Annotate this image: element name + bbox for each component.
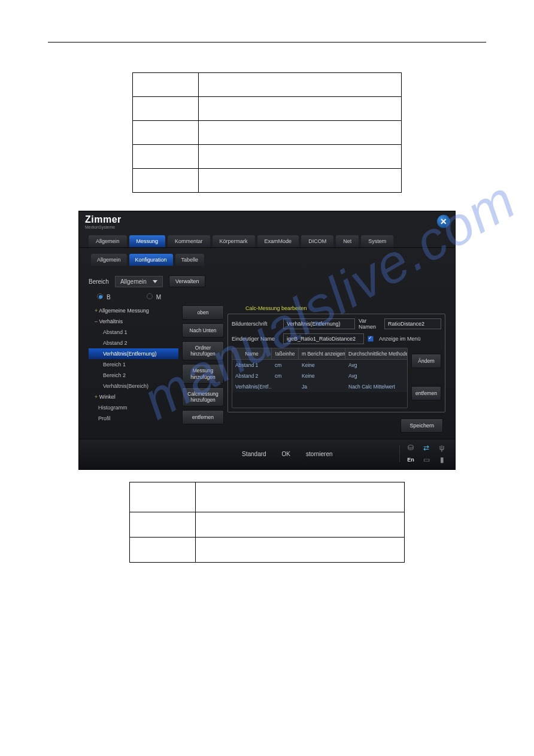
tab-allgemein[interactable]: Allgemein — [89, 235, 127, 247]
network-icon[interactable]: ⇄ — [423, 444, 429, 452]
table-row — [133, 145, 402, 169]
radio-icon — [147, 293, 153, 299]
app-body: Bereich Allgemein Verwalten B M Allgemei… — [79, 266, 455, 439]
unique-row: Eindeutiger Name igeB_Ratio1_RatioDistan… — [232, 333, 441, 344]
subtab-konfiguration[interactable]: Konfiguration — [129, 254, 173, 266]
table-row — [133, 97, 402, 121]
tree-bereich1[interactable]: Bereich 1 — [89, 359, 178, 370]
tab-exammode[interactable]: ExamMode — [257, 235, 299, 247]
close-icon: ✕ — [440, 217, 447, 226]
add-measurement-button[interactable]: Messung hinzufügen — [182, 364, 224, 383]
varname-label: Var Namen — [359, 318, 381, 330]
main-tab-bar: Allgemein Messung Kommentar Körpermark E… — [79, 232, 455, 248]
page-rule — [48, 42, 486, 42]
manage-button[interactable]: Verwalten — [169, 275, 206, 287]
tree-action-buttons: oben Nach Unten Ordner hinzufügen Messun… — [182, 305, 224, 433]
radio-m[interactable]: M — [147, 293, 161, 300]
footer-buttons: Standard OK stornieren — [242, 451, 333, 457]
show-in-menu-checkbox[interactable] — [368, 336, 374, 342]
app-header: Zimmer MedionSysteme ✕ — [79, 211, 455, 232]
change-button[interactable]: Ändern — [411, 354, 441, 368]
radio-row: B M — [97, 293, 445, 300]
move-down-button[interactable]: Nach Unten — [182, 323, 224, 338]
remove-button[interactable]: entfernen — [182, 410, 224, 424]
radio-b[interactable]: B — [97, 293, 111, 300]
caption-input[interactable]: Verhältnis(Entfernung) — [283, 318, 355, 329]
standard-button[interactable]: Standard — [242, 451, 266, 457]
tree-bereich2[interactable]: Bereich 2 — [89, 370, 178, 381]
measurement-tree: Allgemeine Messung Verhältnis Abstand 1 … — [89, 305, 178, 433]
table-row — [133, 121, 402, 145]
col-show: m Bericht anzeigen — [299, 348, 345, 360]
table-row — [133, 169, 402, 193]
tree-abstand1[interactable]: Abstand 1 — [89, 327, 178, 338]
table-row[interactable]: Verhältnis(Entf… Ja Nach Calc Mittelwert — [232, 381, 407, 392]
tab-dicom[interactable]: DICOM — [301, 235, 333, 247]
chevron-down-icon — [153, 280, 157, 283]
section-row: Bereich Allgemein Verwalten — [89, 275, 445, 287]
subtab-allgemein[interactable]: Allgemein — [91, 254, 127, 266]
cancel-button[interactable]: stornieren — [306, 451, 332, 457]
editor-box: Bildunterschrift Verhältnis(Entfernung) … — [227, 314, 445, 412]
doc-table-bottom — [129, 482, 405, 563]
tree-profil[interactable]: Profil — [89, 413, 178, 424]
battery-icon[interactable]: ▮ — [440, 456, 444, 464]
monitor-icon[interactable]: ▭ — [423, 456, 430, 464]
move-up-button[interactable]: oben — [182, 305, 224, 320]
tree-abstand2[interactable]: Abstand 2 — [89, 338, 178, 348]
row-action-buttons: Ändern entfernen — [411, 348, 441, 408]
tree-winkel[interactable]: Winkel — [89, 391, 178, 402]
section-select[interactable]: Allgemein — [115, 276, 163, 287]
editor-table: Name !aßeinhe m Bericht anzeigen Durchsc… — [232, 348, 408, 408]
editor-table-head: Name !aßeinhe m Bericht anzeigen Durchsc… — [232, 348, 407, 360]
tree-verhaeltnis-bereich[interactable]: Verhältnis(Bereich) — [89, 381, 178, 391]
status-icons: ⛁ ⇄ ψ En ▭ ▮ — [405, 443, 448, 464]
tree-verhaeltnis-entfernung[interactable]: Verhältnis(Entfernung) — [89, 348, 178, 359]
col-method: Durchschnittliche Methode — [345, 348, 407, 360]
brand-name: Zimmer — [85, 215, 122, 224]
tab-net[interactable]: Net — [336, 235, 359, 247]
save-row: Speichern — [227, 418, 443, 433]
table-row[interactable]: Abstand 2 cm Keine Avg — [232, 371, 407, 381]
tab-koerpermark[interactable]: Körpermark — [213, 235, 255, 247]
editor-title: Calc-Messung bearbeiten — [245, 305, 445, 311]
save-button[interactable]: Speichern — [400, 418, 443, 433]
main-columns: Allgemeine Messung Verhältnis Abstand 1 … — [89, 305, 445, 433]
remove-row-button[interactable]: entfernen — [411, 386, 441, 400]
ok-button[interactable]: OK — [282, 451, 290, 457]
add-folder-button[interactable]: Ordner hinzufügen — [182, 341, 224, 360]
doc-table-top — [132, 72, 402, 193]
section-label: Bereich — [89, 278, 109, 285]
language-button[interactable]: En — [407, 457, 414, 463]
close-button[interactable]: ✕ — [437, 215, 450, 228]
unique-label: Eindeutiger Name — [232, 336, 280, 342]
brand: Zimmer MedionSysteme — [85, 215, 122, 229]
caption-row: Bildunterschrift Verhältnis(Entfernung) … — [232, 318, 441, 330]
tree-histogramm[interactable]: Histogramm — [89, 402, 178, 413]
add-calcmeasurement-button[interactable]: Calcmessung hinzufügen — [182, 387, 224, 406]
unique-input[interactable]: igeB_Ratio1_RatioDistance2 — [283, 333, 364, 344]
varname-input[interactable]: RatioDistance2 — [384, 318, 441, 329]
tree-allgemeine-messung[interactable]: Allgemeine Messung — [89, 305, 178, 316]
disk-icon[interactable]: ⛁ — [408, 444, 414, 452]
sub-tab-bar: Allgemein Konfiguration Tabelle — [79, 250, 455, 266]
calc-editor: Calc-Messung bearbeiten Bildunterschrift… — [227, 305, 445, 433]
table-row[interactable]: Abstand 1 cm Keine Avg — [232, 360, 407, 371]
table-row — [130, 538, 405, 563]
col-name: Name — [232, 348, 272, 360]
caption-label: Bildunterschrift — [232, 321, 280, 327]
subtab-tabelle[interactable]: Tabelle — [175, 254, 205, 266]
tab-system[interactable]: System — [361, 235, 393, 247]
app-footer: Standard OK stornieren ⛁ ⇄ ψ En ▭ ▮ — [79, 439, 455, 469]
tab-kommentar[interactable]: Kommentar — [168, 235, 210, 247]
radio-icon — [97, 293, 103, 299]
tree-verhaeltnis[interactable]: Verhältnis — [89, 316, 178, 327]
col-unit: !aßeinhe — [272, 348, 299, 360]
app-window: Zimmer MedionSysteme ✕ Allgemein Messung… — [78, 211, 456, 470]
table-row — [130, 482, 405, 512]
footer-divider — [399, 445, 400, 462]
tab-messung[interactable]: Messung — [129, 235, 166, 247]
usb-icon[interactable]: ψ — [439, 444, 445, 452]
table-row — [133, 73, 402, 97]
section-select-value: Allgemein — [120, 278, 147, 285]
